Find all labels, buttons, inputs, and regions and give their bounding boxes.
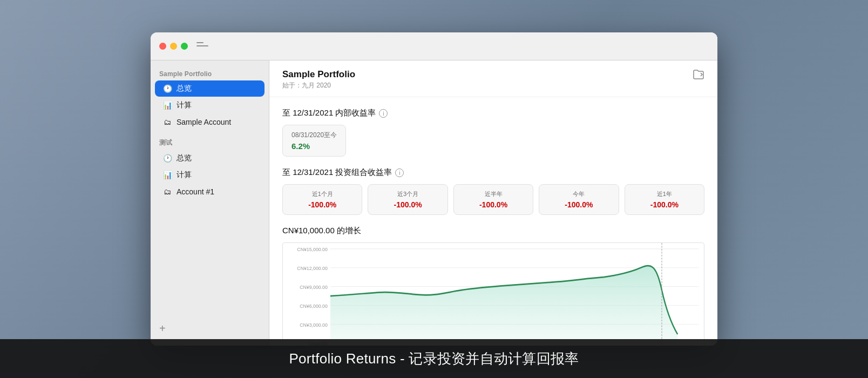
period-label: 近3个月	[375, 190, 440, 198]
return-card-6m: 近半年 -100.0%	[453, 184, 533, 215]
svg-text:CN¥3,000.00: CN¥3,000.00	[300, 322, 328, 328]
svg-text:CN¥15,000.00: CN¥15,000.00	[297, 247, 328, 253]
sidebar-group-sample-portfolio: Sample Portfolio 🕐 总览 📊 计算 🗂 Sample Acco…	[151, 67, 269, 131]
period-value: -100.0%	[546, 200, 612, 209]
period-label: 近1年	[632, 190, 697, 198]
return-card-ytd: 今年 -100.0%	[539, 184, 619, 215]
traffic-lights	[159, 43, 188, 50]
chart-icon: 📊	[162, 100, 172, 110]
sidebar-item-label: 总览	[177, 153, 192, 163]
return-cards-container: 近1个月 -100.0% 近3个月 -100.0% 近半年 -100.0% 今年…	[282, 184, 704, 215]
chart-icon-2: 📊	[162, 170, 172, 180]
growth-title: CN¥10,000.00 的增长	[282, 226, 704, 236]
irr-date-range: 08/31/2020至今	[291, 131, 337, 140]
bottom-banner: Portfolio Returns - 记录投资并自动计算回报率	[0, 339, 868, 378]
period-value: -100.0%	[289, 200, 355, 209]
header-info: Sample Portfolio 始于：九月 2020	[282, 69, 355, 90]
banner-text: Portfolio Returns - 记录投资并自动计算回报率	[289, 349, 579, 368]
sidebar-item-calc1[interactable]: 📊 计算	[155, 97, 265, 113]
growth-chart: CN¥15,000.00 CN¥12,000.00 CN¥9,000.00 CN…	[282, 242, 704, 346]
irr-section-title: 至 12/31/2021 内部收益率 i	[282, 108, 704, 118]
sidebar-item-account1[interactable]: 🗂 Sample Account	[155, 114, 265, 130]
portfolio-return-section-title: 至 12/31/2021 投资组合收益率 i	[282, 167, 704, 178]
portfolio-subtitle: 始于：九月 2020	[282, 81, 355, 90]
content-header: Sample Portfolio 始于：九月 2020	[269, 60, 717, 97]
sidebar-item-calc2[interactable]: 📊 计算	[155, 167, 265, 183]
sidebar-item-label: 计算	[177, 170, 192, 180]
close-button[interactable]	[159, 43, 166, 50]
add-portfolio-button[interactable]: +	[151, 318, 168, 339]
svg-text:CN¥12,000.00: CN¥12,000.00	[297, 266, 328, 272]
wallet-icon-2: 🗂	[162, 187, 172, 197]
minimize-button[interactable]	[170, 43, 177, 50]
folder-icon[interactable]	[693, 69, 704, 83]
sidebar-item-overview2[interactable]: 🕐 总览	[155, 150, 265, 166]
clock-icon-2: 🕐	[162, 153, 172, 163]
sidebar-item-account2[interactable]: 🗂 Account #1	[155, 184, 265, 200]
content-body: 至 12/31/2021 内部收益率 i 08/31/2020至今 6.2% 至…	[269, 97, 717, 346]
sidebar-group-label-1: Sample Portfolio	[151, 67, 269, 80]
irr-card: 08/31/2020至今 6.2%	[282, 125, 346, 157]
period-value: -100.0%	[632, 200, 697, 209]
period-value: -100.0%	[375, 200, 440, 209]
return-card-3m: 近3个月 -100.0%	[368, 184, 447, 215]
period-label: 今年	[546, 190, 612, 198]
wallet-icon: 🗂	[162, 117, 172, 127]
sidebar: Sample Portfolio 🕐 总览 📊 计算 🗂 Sample Acco…	[151, 60, 269, 346]
sidebar-item-overview1[interactable]: 🕐 总览	[155, 80, 265, 97]
svg-text:CN¥9,000.00: CN¥9,000.00	[300, 285, 328, 291]
sidebar-item-label: 计算	[177, 100, 192, 110]
return-card-1m: 近1个月 -100.0%	[282, 184, 362, 215]
period-label: 近半年	[460, 190, 526, 198]
return-card-1y: 近1年 -100.0%	[625, 184, 704, 215]
titlebar	[151, 32, 717, 60]
sidebar-item-label: 总览	[177, 84, 192, 93]
sidebar-item-label: Account #1	[177, 187, 214, 196]
sidebar-toggle-icon[interactable]	[196, 42, 208, 51]
portfolio-return-info-icon[interactable]: i	[395, 168, 404, 177]
clock-icon: 🕐	[162, 84, 172, 93]
sidebar-item-label: Sample Account	[177, 118, 231, 126]
svg-text:CN¥6,000.00: CN¥6,000.00	[300, 303, 328, 309]
app-body: Sample Portfolio 🕐 总览 📊 计算 🗂 Sample Acco…	[151, 60, 717, 346]
maximize-button[interactable]	[181, 43, 188, 50]
portfolio-title: Sample Portfolio	[282, 69, 355, 80]
sidebar-group-label-2: 测试	[151, 135, 269, 150]
chart-svg: CN¥15,000.00 CN¥12,000.00 CN¥9,000.00 CN…	[283, 243, 704, 346]
sidebar-group-test: 测试 🕐 总览 📊 计算 🗂 Account #1	[151, 135, 269, 200]
irr-info-icon[interactable]: i	[379, 109, 388, 118]
period-value: -100.0%	[460, 200, 526, 209]
main-window: Sample Portfolio 🕐 总览 📊 计算 🗂 Sample Acco…	[151, 32, 717, 346]
irr-value: 6.2%	[291, 141, 337, 151]
period-label: 近1个月	[289, 190, 355, 198]
main-content: Sample Portfolio 始于：九月 2020 至 12/31/2021…	[269, 60, 717, 346]
